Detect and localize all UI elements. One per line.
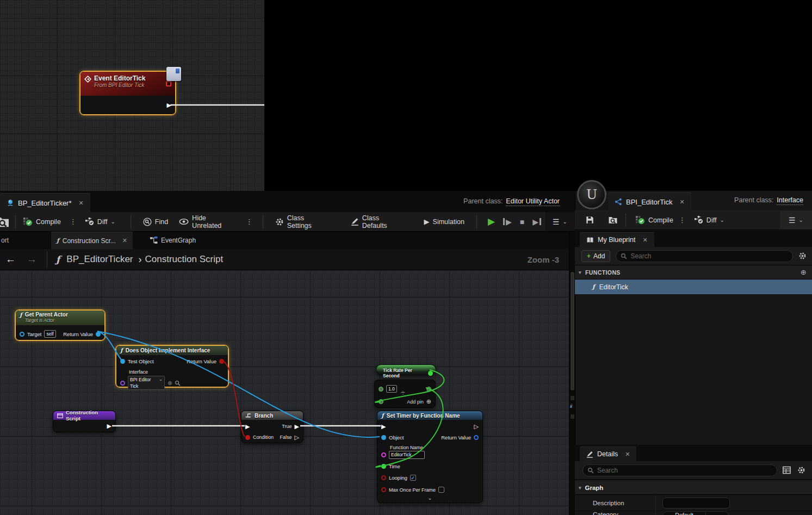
browse-icon[interactable] xyxy=(175,380,181,386)
tab-bp-editorticker[interactable]: BP_EditorTicker* ✕ xyxy=(0,193,90,212)
construction-script-canvas[interactable] xyxy=(0,270,569,515)
object-pin[interactable] xyxy=(381,435,386,440)
forward-button[interactable]: → xyxy=(21,253,42,265)
add-button[interactable]: + Add xyxy=(581,250,610,262)
dividend-value-field[interactable]: 1.0 xyxy=(386,385,397,393)
skip-button[interactable]: ▶ xyxy=(529,218,545,226)
output-pin[interactable] xyxy=(428,371,433,376)
test-object-pin[interactable] xyxy=(120,359,125,364)
description-input[interactable] xyxy=(662,498,730,508)
true-exec-pin[interactable]: ▶ xyxy=(295,424,299,429)
max-once-pin[interactable] xyxy=(381,487,386,492)
display-filter-icon[interactable] xyxy=(783,466,791,474)
toolbar-menu-button[interactable]: ☰ ⌄ xyxy=(545,212,575,231)
dock-grip[interactable]: ii xyxy=(570,404,572,409)
looping-pin[interactable] xyxy=(381,475,386,480)
function-name-field[interactable]: EditorTick xyxy=(389,451,425,459)
diff-button[interactable]: Diff ⌄ xyxy=(80,212,121,231)
return-value-pin[interactable] xyxy=(219,359,224,364)
browse-asset-icon[interactable] xyxy=(608,216,618,224)
divisor-pin[interactable] xyxy=(379,399,383,404)
node-get-parent-actor[interactable]: ƒ Get Parent Actor Target is Actor Targe… xyxy=(15,310,105,340)
class-defaults-button[interactable]: Class Defaults xyxy=(345,212,411,231)
toolbar-menu-button[interactable]: ☰ ⌄ xyxy=(780,210,812,229)
hide-unrelated-button[interactable]: Hide Unrelated xyxy=(173,212,243,231)
close-icon[interactable]: ✕ xyxy=(680,198,685,206)
node-tick-rate-per-second[interactable]: Tick Rate Per Second xyxy=(376,364,436,375)
parent-class-value-link[interactable]: Interface xyxy=(777,196,803,205)
tab-bpi-editortick[interactable]: BPI_EditorTick ✕ xyxy=(608,193,691,210)
details-search[interactable] xyxy=(582,464,777,476)
return-value-pin[interactable] xyxy=(474,435,479,440)
false-exec-pin[interactable]: ▷ xyxy=(295,435,299,440)
expand-node-icon[interactable]: ⌄ xyxy=(377,495,482,501)
clipped-tab-label[interactable]: ort xyxy=(0,237,9,244)
exec-in-pin[interactable]: ▶ xyxy=(245,424,250,429)
result-pin[interactable] xyxy=(426,387,431,392)
compile-options-icon[interactable]: ⋮ xyxy=(66,218,80,226)
max-once-checkbox[interactable] xyxy=(438,487,444,493)
node-event-editortick[interactable]: Event EditorTick From BPI Editor Tick ▶ xyxy=(80,71,176,115)
target-value-field[interactable]: self xyxy=(44,330,55,338)
node-branch[interactable]: Branch ▶ True ▶ Condition False ▷ xyxy=(241,411,303,443)
condition-pin[interactable] xyxy=(245,435,250,440)
step-button[interactable]: ▶ xyxy=(499,218,516,226)
graph-section-header[interactable]: ▾ Graph xyxy=(575,481,812,495)
close-icon[interactable]: ✕ xyxy=(122,237,127,244)
dividend-pin[interactable] xyxy=(379,387,383,392)
breakpoint-indicator[interactable] xyxy=(166,81,171,86)
looping-checkbox[interactable]: ✓ xyxy=(410,475,416,481)
close-icon[interactable]: ✕ xyxy=(625,451,630,458)
exec-out-pin[interactable]: ▷ xyxy=(474,424,479,429)
exec-out-pin[interactable]: ▶ xyxy=(167,102,171,108)
function-row-editortick[interactable]: ƒ EditorTick xyxy=(575,280,812,294)
parent-class-value-link[interactable]: Editor Utility Actor xyxy=(506,197,560,206)
return-value-pin[interactable] xyxy=(96,332,101,337)
stop-button[interactable]: ■ xyxy=(516,218,529,226)
settings-gear-icon[interactable] xyxy=(798,252,807,260)
search-input[interactable] xyxy=(597,467,772,474)
play-button[interactable]: ▶ xyxy=(484,216,499,227)
graph-scrollbar[interactable]: ii xyxy=(569,232,575,515)
compile-button[interactable]: Compile xyxy=(634,210,675,229)
tab-details[interactable]: Details ✕ xyxy=(580,446,636,461)
exec-in-pin[interactable]: ▶ xyxy=(381,424,386,429)
tab-construction-script[interactable]: ƒ Construction Scr... ✕ xyxy=(51,232,133,249)
category-default-button[interactable]: Default xyxy=(662,511,706,515)
node-set-timer-by-function-name[interactable]: ƒ Set Timer by Function Name ▶ ▷ Object … xyxy=(377,411,483,503)
close-icon[interactable]: ✕ xyxy=(642,237,647,244)
scrollbar-thumb[interactable] xyxy=(571,272,574,390)
back-button[interactable]: ← xyxy=(0,253,21,265)
interface-dropdown[interactable]: BPI Editor Tick ⌄ xyxy=(128,376,165,390)
compile-button[interactable]: Compile xyxy=(18,212,66,231)
use-selected-icon[interactable]: ⊕ xyxy=(168,380,172,386)
compile-options-icon[interactable]: ⋮ xyxy=(675,216,689,224)
time-pin[interactable] xyxy=(381,464,386,469)
find-button[interactable]: Find xyxy=(138,212,173,231)
exec-out-pin[interactable]: ▶ xyxy=(107,423,111,429)
my-blueprint-search[interactable] xyxy=(616,250,793,262)
category-dropdown[interactable] xyxy=(706,511,729,515)
breadcrumb-root[interactable]: BP_EditorTicker xyxy=(66,254,133,265)
class-settings-button[interactable]: Class Settings xyxy=(270,212,336,231)
browse-asset-icon[interactable] xyxy=(0,216,10,228)
node-does-object-implement-interface[interactable]: ƒ Does Object Implement Interface Test O… xyxy=(116,345,228,387)
save-icon[interactable] xyxy=(586,216,594,224)
hide-unrelated-options-icon[interactable]: ⋮ xyxy=(243,218,256,226)
target-pin[interactable] xyxy=(20,332,24,337)
details-tabstrip: Details ✕ xyxy=(575,445,812,461)
node-construction-script[interactable]: Construction Script ▶ xyxy=(53,411,116,432)
add-pin-icon[interactable]: ⊕ xyxy=(426,398,431,405)
node-divide[interactable]: 1.0 ÷ Add pin ⊕ xyxy=(374,380,436,408)
search-input[interactable] xyxy=(630,252,788,260)
function-name-pin[interactable] xyxy=(381,452,386,457)
settings-gear-icon[interactable] xyxy=(797,466,805,474)
functions-section-header[interactable]: ▾ FUNCTIONS ⊕ xyxy=(575,265,812,280)
interface-pin[interactable] xyxy=(120,381,125,386)
add-function-icon[interactable]: ⊕ xyxy=(801,268,807,276)
tab-eventgraph[interactable]: EventGraph xyxy=(145,232,201,249)
tab-my-blueprint[interactable]: My Blueprint ✕ xyxy=(580,232,654,247)
diff-button[interactable]: Diff ⌄ xyxy=(689,210,730,229)
close-icon[interactable]: ✕ xyxy=(79,200,84,207)
simulation-button[interactable]: ▶ Simulation xyxy=(419,212,470,231)
